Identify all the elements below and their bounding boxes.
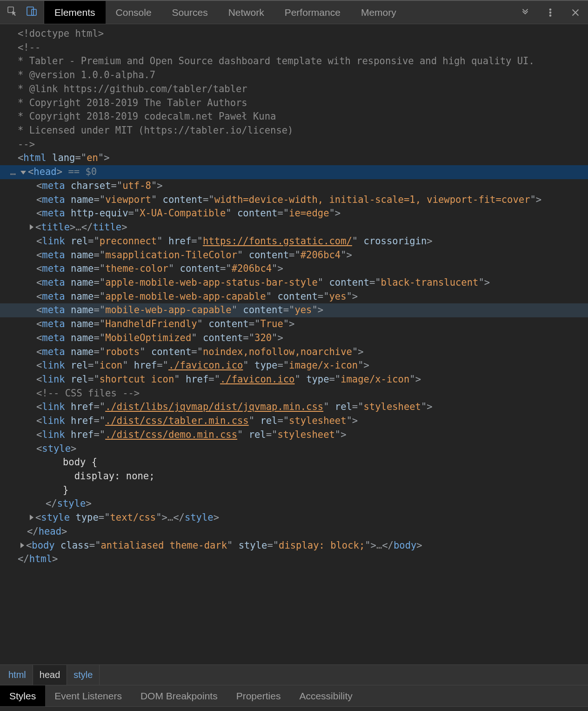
crumb-html[interactable]: html xyxy=(2,665,33,685)
dom-row[interactable]: <meta name="apple-mobile-web-app-status-… xyxy=(0,276,588,290)
devtools-toolbar: ElementsConsoleSourcesNetworkPerformance… xyxy=(0,0,588,24)
kebab-menu-icon[interactable] xyxy=(538,1,563,24)
dom-row[interactable]: <html lang="en"> xyxy=(0,151,588,165)
dom-tree[interactable]: <!doctype html><!--* Tabler - Premium an… xyxy=(0,24,588,569)
styles-panel-placeholder xyxy=(0,706,588,711)
svg-rect-2 xyxy=(32,9,36,15)
dom-row[interactable]: --> xyxy=(0,138,588,152)
expand-toggle-icon[interactable] xyxy=(20,543,24,548)
tab-network[interactable]: Network xyxy=(218,1,274,24)
tab-console[interactable]: Console xyxy=(106,1,162,24)
dom-row[interactable]: * Copyright 2018-2019 codecalm.net Paweł… xyxy=(0,110,588,124)
dom-row[interactable]: <meta name="viewport" content="width=dev… xyxy=(0,193,588,207)
dom-row[interactable]: <meta name="HandheldFriendly" content="T… xyxy=(0,317,588,331)
dom-row[interactable]: * Copyright 2018-2019 The Tabler Authors xyxy=(0,96,588,110)
inspect-icon[interactable] xyxy=(7,6,18,19)
dom-row[interactable]: …<head> == $0 xyxy=(0,165,588,179)
crumb-head[interactable]: head xyxy=(33,665,67,685)
dom-row[interactable]: <link href="./dist/libs/jqvmap/dist/jqvm… xyxy=(0,400,588,414)
dom-row[interactable]: * Tabler - Premium and Open Source dashb… xyxy=(0,54,588,68)
svg-point-5 xyxy=(550,14,551,16)
dom-row[interactable]: <title>…</title> xyxy=(0,221,588,235)
dom-row[interactable]: <meta charset="utf-8"> xyxy=(0,179,588,193)
dom-row[interactable]: <!-- CSS files --> xyxy=(0,387,588,401)
dom-row[interactable]: <style type="text/css">…</style> xyxy=(0,511,588,525)
subtab-styles[interactable]: Styles xyxy=(0,685,45,706)
dom-row[interactable]: display: none; xyxy=(0,470,588,483)
dom-row[interactable]: </html> xyxy=(0,552,588,566)
more-tabs-icon[interactable] xyxy=(513,1,538,24)
styles-tabs: StylesEvent ListenersDOM BreakpointsProp… xyxy=(0,685,588,706)
dom-row[interactable]: <link rel="shortcut icon" href="./favico… xyxy=(0,373,588,387)
tab-memory[interactable]: Memory xyxy=(351,1,407,24)
dom-row[interactable]: * @version 1.0.0-alpha.7 xyxy=(0,68,588,82)
subtab-properties[interactable]: Properties xyxy=(227,685,290,706)
close-icon[interactable] xyxy=(563,1,588,24)
dom-row[interactable]: <link rel="icon" href="./favicon.ico" ty… xyxy=(0,359,588,373)
subtab-dom-breakpoints[interactable]: DOM Breakpoints xyxy=(131,685,227,706)
dom-row[interactable]: <meta name="MobileOptimized" content="32… xyxy=(0,331,588,345)
dom-row[interactable]: <meta name="robots" content="noindex,nof… xyxy=(0,345,588,359)
dom-row[interactable]: </head> xyxy=(0,525,588,539)
toolbar-icons xyxy=(0,1,44,24)
svg-rect-1 xyxy=(27,7,33,15)
dom-row[interactable]: * Licensed under MIT (https://tabler.io/… xyxy=(0,124,588,138)
device-toolbar-icon[interactable] xyxy=(26,6,37,19)
subtab-event-listeners[interactable]: Event Listeners xyxy=(45,685,131,706)
dom-row[interactable]: body { xyxy=(0,456,588,470)
expand-toggle-icon[interactable] xyxy=(30,515,33,520)
tab-sources[interactable]: Sources xyxy=(162,1,218,24)
tab-performance[interactable]: Performance xyxy=(274,1,351,24)
dom-row[interactable]: <link href="./dist/css/tabler.min.css" r… xyxy=(0,414,588,428)
dom-row[interactable]: <!-- xyxy=(0,41,588,55)
dom-row[interactable]: <meta http-equiv="X-UA-Compatible" conte… xyxy=(0,207,588,221)
tab-elements[interactable]: Elements xyxy=(44,1,106,24)
expand-toggle-icon[interactable] xyxy=(30,224,33,230)
dom-row[interactable]: } xyxy=(0,483,588,497)
svg-point-3 xyxy=(550,9,551,10)
svg-point-4 xyxy=(550,12,551,13)
subtab-accessibility[interactable]: Accessibility xyxy=(290,685,361,706)
dom-row[interactable]: <meta name="theme-color" content="#206bc… xyxy=(0,262,588,276)
dom-row[interactable]: <meta name="msapplication-TileColor" con… xyxy=(0,248,588,262)
dom-row[interactable]: <style> xyxy=(0,442,588,456)
dom-row[interactable]: <meta name="mobile-web-app-capable" cont… xyxy=(0,303,588,317)
dom-row[interactable]: <!doctype html> xyxy=(0,27,588,41)
collapse-toggle-icon[interactable] xyxy=(20,171,26,174)
dom-row[interactable]: <meta name="apple-mobile-web-app-capable… xyxy=(0,290,588,304)
crumb-style[interactable]: style xyxy=(67,665,100,685)
dom-breadcrumb: htmlheadstyle xyxy=(0,664,588,685)
dom-row[interactable]: <body class="antialiased theme-dark" sty… xyxy=(0,539,588,553)
dom-row[interactable]: * @link https://github.com/tabler/tabler xyxy=(0,82,588,96)
dom-row[interactable]: </style> xyxy=(0,497,588,511)
panel-tabs: ElementsConsoleSourcesNetworkPerformance… xyxy=(44,1,513,24)
dom-row[interactable]: <link href="./dist/css/demo.min.css" rel… xyxy=(0,428,588,442)
dom-row[interactable]: <link rel="preconnect" href="https://fon… xyxy=(0,235,588,248)
